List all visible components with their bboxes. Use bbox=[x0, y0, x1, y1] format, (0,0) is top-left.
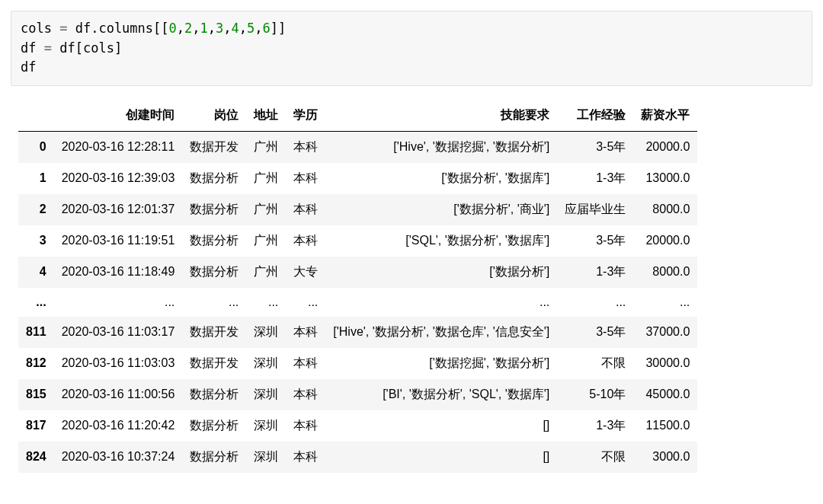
code-number: 3 bbox=[216, 21, 223, 36]
cell-ellipsis: ... bbox=[557, 288, 633, 317]
cell-exp: 3-5年 bbox=[557, 225, 633, 257]
row-index: 3 bbox=[18, 225, 54, 257]
cell-edu: 本科 bbox=[286, 225, 325, 257]
col-header: 地址 bbox=[246, 100, 286, 132]
cell-city: 广州 bbox=[246, 225, 286, 257]
table-row: 8112020-03-16 11:03:17数据开发深圳本科['Hive', '… bbox=[18, 317, 697, 348]
cell-created: 2020-03-16 11:00:56 bbox=[54, 379, 183, 410]
cell-position: 数据分析 bbox=[182, 379, 246, 410]
cell-skills: ['BI', '数据分析', 'SQL', '数据库'] bbox=[325, 379, 557, 410]
table-row: ........................ bbox=[18, 288, 697, 317]
cell-position: 数据开发 bbox=[182, 131, 246, 163]
cell-exp: 不限 bbox=[557, 442, 633, 473]
cell-exp: 1-3年 bbox=[557, 257, 633, 288]
cell-salary: 30000.0 bbox=[633, 348, 697, 379]
table-row: 02020-03-16 12:28:11数据开发广州本科['Hive', '数据… bbox=[18, 131, 697, 163]
cell-salary: 8000.0 bbox=[633, 194, 697, 225]
cell-city: 广州 bbox=[246, 131, 286, 163]
code-token: [[ bbox=[153, 21, 168, 36]
cell-salary: 3000.0 bbox=[633, 442, 697, 473]
cell-exp: 不限 bbox=[557, 348, 633, 379]
cell-skills: ['数据分析'] bbox=[325, 257, 557, 288]
cell-created: 2020-03-16 12:28:11 bbox=[54, 131, 183, 163]
cell-salary: 45000.0 bbox=[633, 379, 697, 410]
cell-edu: 本科 bbox=[286, 163, 325, 194]
col-header: 学历 bbox=[286, 100, 325, 132]
table-row: 8122020-03-16 11:03:03数据开发深圳本科['数据挖掘', '… bbox=[18, 348, 697, 379]
row-index: 4 bbox=[18, 257, 54, 288]
table-row: 12020-03-16 12:39:03数据分析广州本科['数据分析', '数据… bbox=[18, 163, 697, 194]
code-number: 6 bbox=[263, 21, 271, 36]
dataframe-output: 创建时间 岗位 地址 学历 技能要求 工作经验 薪资水平 02020-03-16… bbox=[18, 100, 697, 473]
code-token: cols bbox=[83, 40, 114, 56]
cell-edu: 本科 bbox=[286, 194, 325, 225]
cell-created: 2020-03-16 11:19:51 bbox=[54, 225, 183, 257]
table-row: 8242020-03-16 10:37:24数据分析深圳本科[]不限3000.0 bbox=[18, 442, 697, 473]
code-token: , bbox=[255, 21, 262, 36]
cell-salary: 20000.0 bbox=[633, 131, 697, 163]
cell-created: 2020-03-16 11:03:17 bbox=[54, 317, 183, 348]
cell-created: 2020-03-16 12:01:37 bbox=[54, 194, 183, 225]
cell-ellipsis: ... bbox=[246, 288, 286, 317]
code-number: 4 bbox=[232, 21, 239, 36]
code-token: , bbox=[208, 21, 216, 36]
col-header: 工作经验 bbox=[557, 100, 633, 132]
cell-position: 数据分析 bbox=[182, 163, 246, 194]
row-index: 815 bbox=[18, 379, 54, 410]
cell-skills: [] bbox=[325, 410, 557, 442]
cell-city: 深圳 bbox=[246, 348, 286, 379]
cell-city: 广州 bbox=[246, 194, 286, 225]
cell-exp: 1-3年 bbox=[557, 410, 633, 442]
cell-salary: 37000.0 bbox=[633, 317, 697, 348]
cell-city: 广州 bbox=[246, 257, 286, 288]
table-row: 8172020-03-16 11:20:42数据分析深圳本科[]1-3年1150… bbox=[18, 410, 697, 442]
code-token: , bbox=[177, 21, 184, 36]
code-number: 0 bbox=[169, 21, 177, 36]
notebook-output: cols = df.columns[[0,2,1,3,4,5,6]] df = … bbox=[0, 0, 823, 488]
cell-exp: 5-10年 bbox=[557, 379, 633, 410]
cell-salary: 13000.0 bbox=[633, 163, 697, 194]
table-row: 22020-03-16 12:01:37数据分析广州本科['数据分析', '商业… bbox=[18, 194, 697, 225]
col-header: 创建时间 bbox=[54, 100, 183, 132]
cell-skills: ['SQL', '数据分析', '数据库'] bbox=[325, 225, 557, 257]
code-input-cell[interactable]: cols = df.columns[[0,2,1,3,4,5,6]] df = … bbox=[11, 11, 812, 86]
cell-skills: ['数据分析', '数据库'] bbox=[325, 163, 557, 194]
cell-city: 深圳 bbox=[246, 379, 286, 410]
cell-city: 深圳 bbox=[246, 410, 286, 442]
cell-salary: 11500.0 bbox=[633, 410, 697, 442]
cell-edu: 本科 bbox=[286, 379, 325, 410]
cell-edu: 大专 bbox=[286, 257, 325, 288]
code-token: columns bbox=[98, 21, 153, 36]
cell-created: 2020-03-16 10:37:24 bbox=[54, 442, 183, 473]
row-index: 812 bbox=[18, 348, 54, 379]
dataframe-body: 02020-03-16 12:28:11数据开发广州本科['Hive', '数据… bbox=[18, 131, 697, 473]
code-number: 5 bbox=[247, 21, 255, 36]
code-token: df bbox=[21, 40, 44, 56]
table-row: 42020-03-16 11:18:49数据分析广州大专['数据分析']1-3年… bbox=[18, 257, 697, 288]
cell-ellipsis: ... bbox=[633, 288, 697, 317]
cell-position: 数据开发 bbox=[182, 317, 246, 348]
cell-created: 2020-03-16 11:18:49 bbox=[54, 257, 183, 288]
cell-edu: 本科 bbox=[286, 442, 325, 473]
cell-created: 2020-03-16 11:03:03 bbox=[54, 348, 183, 379]
cell-ellipsis: ... bbox=[286, 288, 325, 317]
index-header-blank bbox=[18, 100, 54, 132]
code-token: df bbox=[21, 59, 36, 75]
cell-position: 数据开发 bbox=[182, 348, 246, 379]
cell-edu: 本科 bbox=[286, 317, 325, 348]
cell-created: 2020-03-16 11:20:42 bbox=[54, 410, 183, 442]
code-token: = bbox=[44, 40, 52, 56]
code-token: df bbox=[52, 40, 75, 56]
cell-exp: 1-3年 bbox=[557, 163, 633, 194]
cell-position: 数据分析 bbox=[182, 194, 246, 225]
cell-skills: ['数据分析', '商业'] bbox=[325, 194, 557, 225]
cell-exp: 应届毕业生 bbox=[557, 194, 633, 225]
cell-skills: [] bbox=[325, 442, 557, 473]
code-number: 2 bbox=[184, 21, 192, 36]
dataframe-header: 创建时间 岗位 地址 学历 技能要求 工作经验 薪资水平 bbox=[18, 100, 697, 132]
cell-edu: 本科 bbox=[286, 348, 325, 379]
col-header: 薪资水平 bbox=[633, 100, 697, 132]
row-index: 0 bbox=[18, 131, 54, 163]
cell-city: 深圳 bbox=[246, 442, 286, 473]
cell-ellipsis: ... bbox=[182, 288, 246, 317]
